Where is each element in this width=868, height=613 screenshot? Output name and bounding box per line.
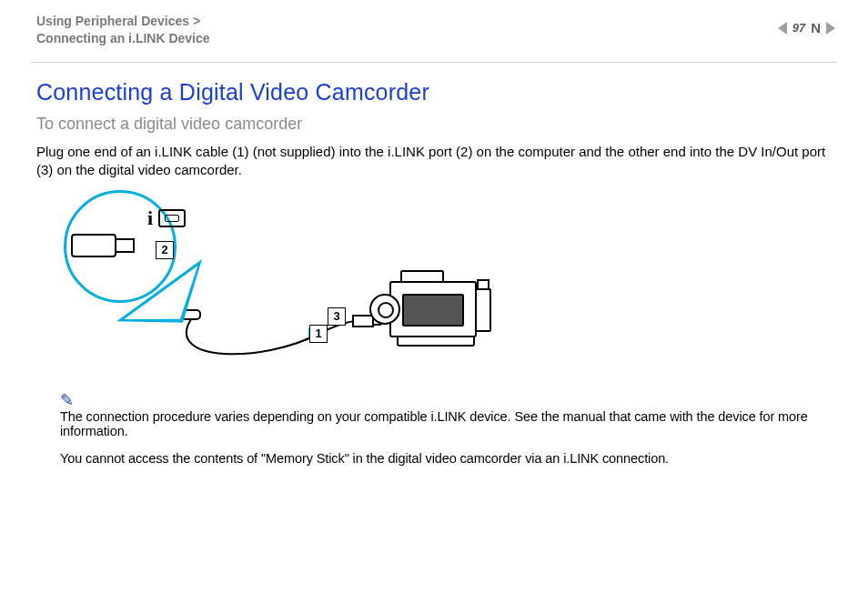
- note-icon: ✎: [60, 390, 74, 410]
- ilink-symbol-icon: i: [147, 208, 153, 228]
- page-letter-n: N: [811, 20, 821, 35]
- page-navigator: 97 N: [778, 20, 835, 35]
- prev-page-icon[interactable]: [778, 22, 787, 35]
- page-header: Using Peripheral Devices > Connecting an…: [0, 0, 868, 56]
- note-line-1: The connection procedure varies dependin…: [60, 409, 832, 438]
- ilink-socket-icon: [158, 209, 186, 227]
- diagram-label-1: 1: [309, 325, 328, 343]
- diagram-label-3: 3: [328, 307, 346, 326]
- ilink-plug-icon: [71, 234, 135, 257]
- breadcrumb: Using Peripheral Devices > Connecting an…: [36, 13, 832, 47]
- page-title: Connecting a Digital Video Camcorder: [36, 79, 832, 106]
- breadcrumb-line-2: Connecting an i.LINK Device: [36, 31, 210, 45]
- instruction-paragraph: Plug one end of an i.LINK cable (1) (not…: [36, 143, 832, 180]
- page-number: 97: [792, 21, 805, 35]
- camcorder-icon: [364, 268, 491, 348]
- page-subtitle: To connect a digital video camcorder: [36, 115, 832, 134]
- page-content: Connecting a Digital Video Camcorder To …: [0, 63, 868, 380]
- ilink-port-icon: i: [147, 208, 186, 228]
- breadcrumb-line-1: Using Peripheral Devices >: [36, 14, 200, 28]
- notes-section: ✎ The connection procedure varies depend…: [0, 390, 868, 466]
- diagram-label-2: 2: [156, 241, 174, 259]
- note-line-2: You cannot access the contents of "Memor…: [60, 451, 832, 466]
- connection-diagram: i 2 3 1: [55, 188, 528, 379]
- next-page-icon[interactable]: [826, 22, 835, 35]
